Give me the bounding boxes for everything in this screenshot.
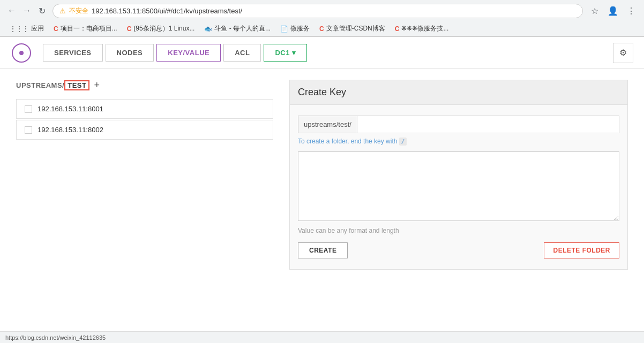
microservice-icon: 📄 (280, 25, 288, 33)
delete-folder-button[interactable]: DELETE FOLDER (544, 242, 619, 258)
dc-chevron-icon: ▾ (292, 49, 296, 57)
breadcrumb-current: TEST (64, 80, 89, 90)
add-key-button[interactable]: + (94, 80, 100, 91)
key-prefix: upstreams/test/ (298, 116, 357, 133)
gear-icon: ⚙ (619, 48, 627, 58)
top-nav: SERVICES NODES KEY/VALUE ACL DC1 ▾ ⚙ (0, 37, 644, 69)
tab-acl[interactable]: ACL (223, 44, 261, 62)
folder-hint: To create a folder, end the key with / (298, 138, 619, 145)
breadcrumb: UPSTREAMS/ TEST + (16, 80, 273, 91)
bookmark-project1[interactable]: C 项目一：电商项目... (49, 22, 122, 35)
status-url: https://blog.csdn.net/weixin_42112635 (5, 334, 106, 341)
apps-icon: ⋮⋮⋮ (10, 25, 29, 33)
bookmark-apps[interactable]: ⋮⋮⋮ 应用 (5, 22, 48, 35)
bookmark-microservice[interactable]: 📄 微服务 (276, 22, 314, 35)
key-suffix-input[interactable] (357, 116, 619, 133)
warning-icon: ⚠ (59, 7, 66, 15)
bookmark-douyu-label: 斗鱼 - 每个人的直... (214, 24, 271, 33)
key-checkbox-1[interactable] (25, 105, 32, 113)
status-bar: https://blog.csdn.net/weixin_42112635 (0, 331, 644, 343)
reload-button[interactable]: ↻ (35, 4, 48, 17)
settings-button[interactable]: ⚙ (613, 43, 633, 63)
create-button[interactable]: CREATE (298, 242, 348, 258)
app-container: SERVICES NODES KEY/VALUE ACL DC1 ▾ ⚙ UPS… (0, 37, 644, 343)
bookmark-messages-label: (95条消息）1 Linux... (133, 24, 194, 33)
action-buttons: CREATE DELETE FOLDER (298, 242, 619, 258)
nav-buttons: ← → ↻ (5, 4, 48, 17)
main-content: UPSTREAMS/ TEST + 192.168.153.11:8001 19… (0, 69, 644, 280)
key-list: 192.168.153.11:8001 192.168.153.11:8002 (16, 99, 273, 140)
bookmark-apps-label: 应用 (31, 24, 44, 33)
douyu-icon: 🐟 (204, 25, 212, 33)
csdn-icon: C (319, 25, 324, 33)
forward-button[interactable]: → (20, 4, 33, 17)
star-button[interactable]: ☆ (587, 3, 602, 18)
browser-icons: ☆ 👤 ⋮ (587, 3, 639, 18)
messages-icon: C (127, 25, 132, 33)
key-input-wrapper: upstreams/test/ (298, 116, 619, 133)
right-panel-header: Create Key (290, 80, 627, 105)
folder-hint-code: / (399, 138, 407, 146)
list-item[interactable]: 192.168.153.11:8001 (16, 99, 273, 119)
browser-chrome: ← → ↻ ⚠ 不安全 192.168.153.11:8500/ui/#/dc1… (0, 0, 644, 37)
tab-keyvalue[interactable]: KEY/VALUE (156, 44, 221, 62)
tech-icon: C (395, 25, 400, 33)
list-item[interactable]: 192.168.153.11:8002 (16, 120, 273, 140)
logo (11, 42, 32, 64)
bookmarks-bar: ⋮⋮⋮ 应用 C 项目一：电商项目... C (95条消息）1 Linux...… (0, 21, 644, 36)
bookmark-csdn-label: 文章管理-CSDN博客 (326, 24, 385, 33)
bookmark-project1-label: 项目一：电商项目... (61, 24, 117, 33)
tab-dc[interactable]: DC1 ▾ (264, 44, 307, 62)
create-key-title: Create Key (298, 87, 346, 97)
back-button[interactable]: ← (5, 4, 18, 17)
bookmark-douyu[interactable]: 🐟 斗鱼 - 每个人的直... (200, 22, 275, 35)
tab-nodes[interactable]: NODES (106, 44, 154, 62)
menu-button[interactable]: ⋮ (624, 3, 639, 18)
bookmark-csdn[interactable]: C 文章管理-CSDN博客 (315, 22, 390, 35)
project1-icon: C (54, 25, 58, 33)
bookmark-tech[interactable]: C ❋❋❋微服务技... (391, 22, 453, 35)
right-panel: Create Key upstreams/test/ To create a f… (289, 80, 628, 270)
tab-services[interactable]: SERVICES (43, 44, 103, 62)
breadcrumb-prefix: UPSTREAMS/ (16, 81, 64, 89)
value-hint: Value can be any format and length (298, 227, 619, 234)
bookmark-tech-label: ❋❋❋微服务技... (401, 24, 448, 33)
bookmark-messages[interactable]: C (95条消息）1 Linux... (123, 22, 199, 35)
logo-circle (12, 43, 31, 63)
bookmark-microservice-label: 微服务 (290, 24, 310, 33)
folder-hint-text: To create a folder, end the key with (298, 138, 397, 145)
profile-button[interactable]: 👤 (605, 3, 620, 18)
address-bar: ← → ↻ ⚠ 不安全 192.168.153.11:8500/ui/#/dc1… (0, 0, 644, 21)
value-textarea[interactable] (298, 151, 619, 221)
nav-tabs: SERVICES NODES KEY/VALUE ACL DC1 ▾ (43, 44, 608, 62)
key-value-1: 192.168.153.11:8001 (38, 105, 103, 113)
key-value-2: 192.168.153.11:8002 (38, 126, 103, 134)
logo-dot (19, 51, 24, 55)
url-text: 192.168.153.11:8500/ui/#/dc1/kv/upstream… (92, 7, 576, 15)
not-secure-label: 不安全 (69, 6, 88, 16)
right-panel-body: upstreams/test/ To create a folder, end … (290, 105, 627, 269)
key-checkbox-2[interactable] (25, 126, 32, 134)
left-panel: UPSTREAMS/ TEST + 192.168.153.11:8001 19… (16, 80, 273, 270)
url-bar[interactable]: ⚠ 不安全 192.168.153.11:8500/ui/#/dc1/kv/up… (53, 4, 583, 18)
dc-label: DC1 (275, 49, 290, 57)
